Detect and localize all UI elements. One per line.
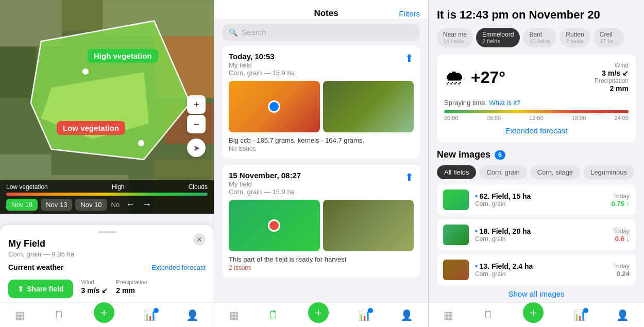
nav-add-2[interactable]: ＋ [308, 307, 329, 323]
fields-icon-2: ▦ [229, 309, 239, 321]
prev-date-button[interactable]: ← [124, 199, 137, 210]
note-2-images [229, 200, 414, 251]
note-2-img-1 [229, 200, 320, 251]
navigate-button[interactable]: ➤ [187, 139, 206, 157]
zoom-in-button[interactable]: + [187, 95, 206, 114]
nav-notes-3[interactable]: 🗒 [483, 309, 494, 321]
nav-insights-3[interactable]: 📊 [573, 309, 586, 321]
note-2-crop: Corn, grain — 15.9 ha [229, 188, 301, 196]
nav-add-3[interactable]: ＋ [523, 307, 544, 323]
nav-fields-2[interactable]: ▦ [229, 309, 239, 321]
nav-insights-1[interactable]: 📊 [144, 309, 157, 321]
panel-map: High vegetation Low vegetation + − ➤ Low… [0, 0, 214, 327]
filter-leguminous[interactable]: Leguminous [583, 165, 634, 179]
legend-clouds-label: Clouds [189, 183, 208, 191]
filter-corn-grain[interactable]: Corn, grain [479, 165, 527, 179]
time-labels: 00:00 05:00 12:00 18:00 24:00 [444, 115, 629, 121]
bottom-nav-2: ▦ 🗒 ＋ 📊 👤 [214, 302, 428, 327]
next-date-button[interactable]: → [140, 199, 154, 210]
nav-notes-2[interactable]: 🗒 [268, 309, 279, 321]
new-images-header: New images 6 [437, 149, 636, 160]
note-1-images [229, 81, 414, 132]
share-label: Share field [27, 285, 64, 293]
notes-icon-3: 🗒 [483, 309, 494, 321]
nav-profile-2[interactable]: 👤 [400, 309, 413, 321]
add-icon: ＋ [94, 302, 114, 323]
precip-val-3: 2 mm [595, 84, 629, 93]
filter-all-fields[interactable]: All fields [437, 165, 476, 179]
spraying-gradient [444, 110, 629, 113]
weather-icon: 🌧 [444, 66, 465, 89]
bottom-nav-1: ▦ 🗒 ＋ 📊 👤 [0, 302, 214, 327]
note-1-issues: No issues [229, 145, 414, 152]
search-icon: 🔍 [229, 28, 238, 37]
show-all-images-button[interactable]: Show all images [437, 289, 636, 298]
zoom-out-button[interactable]: − [187, 115, 206, 133]
note-card-1[interactable]: Today, 10:53 My field Corn, grain — 15.9… [223, 46, 420, 159]
notes-icon-2: 🗒 [268, 309, 279, 321]
field-1-change: 0.75 ↑ [612, 200, 630, 208]
note-1-img-2 [323, 81, 414, 132]
map-controls: + − ➤ [187, 95, 206, 157]
field-row-1[interactable]: • 62. Field, 15 ha Corn, grain Today 0.7… [437, 184, 636, 215]
field-1-name: • 62. Field, 15 ha [475, 192, 605, 200]
map-pin-red [268, 219, 280, 232]
what-is-it-link[interactable]: What is it? [489, 99, 521, 107]
note-1-img-1 [229, 81, 320, 132]
nav-profile-1[interactable]: 👤 [186, 309, 199, 321]
map-pin-blue [268, 100, 280, 113]
nav-notes-1[interactable]: 🗒 [54, 309, 64, 321]
nav-profile-3[interactable]: 👤 [616, 309, 629, 321]
time-0: 00:00 [444, 115, 459, 121]
field-2-meta: Today 0.6 ↓ [613, 228, 630, 243]
loc-chip-2[interactable]: Bant 15 fields [523, 28, 556, 47]
loc-chip-3[interactable]: Rutten 2 fields [560, 28, 590, 47]
note-card-2[interactable]: 15 November, 08:27 My field Corn, grain … [223, 165, 420, 278]
field-row-3[interactable]: • 13. Field, 2.4 ha Corn, grain Today 0.… [437, 254, 636, 285]
wind-label: Wind [81, 279, 108, 285]
date-chips: Nov 18 Nov 13 Nov 10 No ← → [6, 199, 208, 211]
svg-rect-4 [0, 46, 36, 98]
panel3-content: It is 12:43 pm on November 20 Near me 14… [429, 0, 644, 302]
date-chip-0[interactable]: Nov 18 [6, 199, 38, 211]
date-chip-3[interactable]: No [110, 199, 121, 211]
fields-icon: ▦ [15, 309, 25, 321]
images-badge: 6 [495, 150, 505, 160]
profile-icon-2: 👤 [400, 309, 413, 321]
field-row-2[interactable]: • 18. Field, 20 ha Corn, grain Today 0.6… [437, 219, 636, 250]
field-card: ✕ My Field Corn, grain — 9.95 ha Current… [0, 225, 214, 302]
nav-add-1[interactable]: ＋ [94, 307, 114, 323]
loc-chip-1[interactable]: Emmeloord 2 fields [476, 28, 520, 47]
date-chip-1[interactable]: Nov 13 [41, 199, 72, 211]
profile-icon-3: 👤 [616, 309, 629, 321]
panel-weather: It is 12:43 pm on November 20 Near me 14… [429, 0, 644, 327]
search-bar[interactable]: 🔍 Search [223, 24, 420, 41]
extended-forecast-button[interactable]: Extended forecast [444, 126, 629, 135]
close-button[interactable]: ✕ [193, 233, 206, 246]
field-2-name: • 18. Field, 20 ha [475, 227, 607, 235]
svg-rect-2 [62, 0, 103, 31]
location-chips: Near me 14 fields Emmeloord 2 fields Ban… [437, 28, 636, 47]
notes-title: Notes [253, 8, 399, 19]
extended-forecast-link[interactable]: Extended forecast [151, 264, 206, 271]
legend-low-label: Low vegetation [6, 183, 48, 191]
field-1-meta: Today 0.75 ↑ [612, 193, 630, 208]
loc-chip-0[interactable]: Near me 14 fields [437, 28, 473, 47]
wind-val-3: 3 m/s ↙ [595, 69, 629, 77]
map-view[interactable]: High vegetation Low vegetation + − ➤ Low… [0, 0, 214, 214]
nav-insights-2[interactable]: 📊 [358, 309, 371, 321]
filters-button[interactable]: Filters [399, 9, 420, 18]
field-thumb-3 [443, 260, 469, 280]
insights-badge-2 [368, 308, 373, 313]
filter-corn-silage[interactable]: Corn, silage [530, 165, 580, 179]
low-vegetation-label: Low vegetation [57, 121, 125, 135]
nav-fields-1[interactable]: ▦ [15, 309, 25, 321]
nav-fields-3[interactable]: ▦ [444, 309, 453, 321]
share-field-button[interactable]: ⬆ Share field [8, 280, 73, 298]
loc-chip-4[interactable]: Creil 17 fie... [594, 28, 624, 47]
note-1-share-button[interactable]: ⬆ [405, 52, 414, 64]
date-chip-2[interactable]: Nov 10 [75, 199, 107, 211]
precip-val: 2 mm [116, 286, 147, 295]
note-2-share-button[interactable]: ⬆ [405, 171, 414, 183]
note-2-field: My field [229, 180, 301, 188]
